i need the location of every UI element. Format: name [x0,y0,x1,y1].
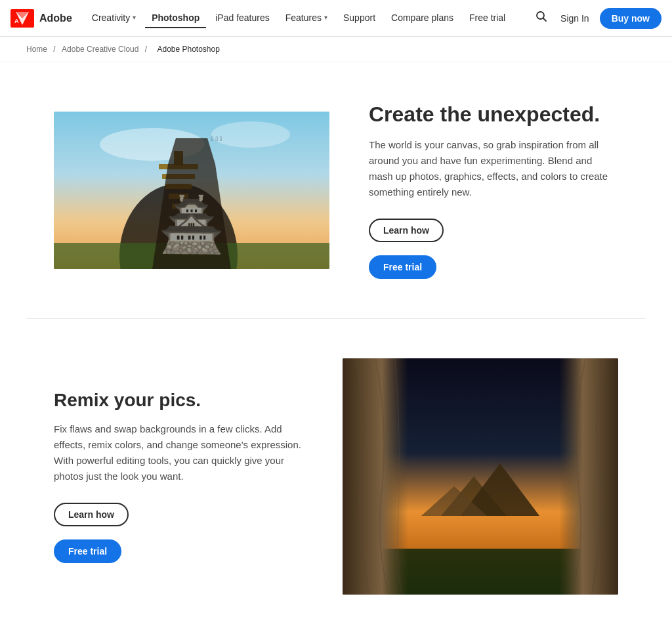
hero-section: 𓅮 𓅮 𓅮 Create the unexpected. The world i… [0,62,672,318]
remix-free-trial-button[interactable]: Free trial [54,539,121,563]
svg-point-8 [211,121,290,148]
remix-section: Remix your pics. Fix flaws and swap back… [0,319,672,632]
nav-item-compare-plans[interactable]: Compare plans [385,9,460,28]
learn-how-button[interactable]: Learn how [369,219,444,242]
breadcrumb: Home / Adobe Creative Cloud / Adobe Phot… [0,37,672,62]
adobe-logo-icon: A [10,9,34,28]
svg-rect-13 [169,194,188,199]
chevron-down-icon: ▾ [324,14,327,21]
nav-items: Creativity ▾ Photoshop iPad features Fea… [85,9,533,28]
breadcrumb-creative-cloud[interactable]: Adobe Creative Cloud [62,45,138,54]
svg-rect-15 [174,151,183,165]
nav-right: Sign In Buy now [533,8,662,29]
nav-item-features[interactable]: Features ▾ [279,9,334,28]
svg-point-7 [100,128,205,161]
hero-image-placeholder: 𓅮 𓅮 𓅮 [54,112,329,269]
navbar: A Adobe Creativity ▾ Photoshop iPad feat… [0,0,672,37]
adobe-logo-group[interactable]: A Adobe [10,9,72,28]
svg-text:A: A [14,18,19,24]
remix-heading: Remix your pics. [54,390,303,411]
svg-line-5 [543,18,547,22]
breadcrumb-separator-2: / [145,45,150,54]
remix-content: Remix your pics. Fix flaws and swap back… [54,390,303,563]
remix-image [343,358,618,595]
breadcrumb-current: Adobe Photoshop [157,45,219,54]
svg-rect-17 [54,243,329,269]
hero-heading: Create the unexpected. [369,102,618,127]
nav-item-free-trial[interactable]: Free trial [463,9,512,28]
hero-image: 𓅮 𓅮 𓅮 [54,112,329,269]
svg-rect-23 [343,358,408,595]
remix-svg [343,358,618,595]
free-trial-button[interactable]: Free trial [369,255,436,279]
hero-body: The world is your canvas, so grab inspir… [369,137,618,200]
svg-rect-12 [165,184,192,189]
nav-item-creativity[interactable]: Creativity ▾ [85,9,142,28]
buy-now-button[interactable]: Buy now [600,8,662,29]
breadcrumb-separator-1: / [53,45,58,54]
nav-item-photoshop[interactable]: Photoshop [145,9,206,28]
svg-rect-11 [162,174,195,179]
svg-rect-14 [172,203,185,209]
brand-name: Adobe [39,12,72,24]
svg-text:𓅮 𓅮 𓅮: 𓅮 𓅮 𓅮 [211,135,222,142]
remix-learn-how-button[interactable]: Learn how [54,503,129,526]
svg-rect-24 [559,358,618,595]
remix-buttons: Learn how Free trial [54,503,303,563]
chevron-down-icon: ▾ [133,14,136,21]
search-icon [536,11,547,22]
sign-in-link[interactable]: Sign In [560,13,589,24]
svg-rect-10 [159,164,198,169]
breadcrumb-home[interactable]: Home [26,45,47,54]
remix-body: Fix flaws and swap backgrounds in a few … [54,421,303,484]
nav-item-support[interactable]: Support [337,9,382,28]
hero-svg: 𓅮 𓅮 𓅮 [54,112,329,269]
hero-content: Create the unexpected. The world is your… [369,102,618,279]
search-button[interactable] [533,8,550,28]
nav-item-ipad-features[interactable]: iPad features [209,9,276,28]
hero-buttons: Learn how Free trial [369,219,618,279]
